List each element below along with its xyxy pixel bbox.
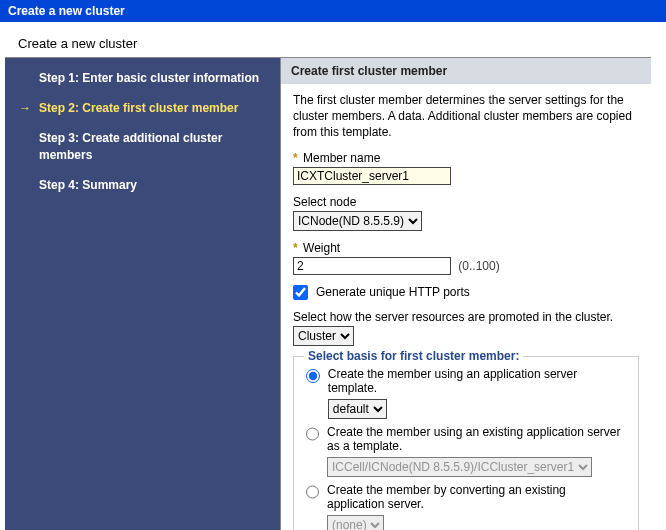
basis-title: Select basis for first cluster member: (304, 349, 523, 363)
member-name-input[interactable] (293, 167, 451, 185)
page-heading: Create a new cluster (0, 22, 666, 57)
generate-ports-checkbox[interactable] (293, 285, 308, 300)
required-icon: * (293, 151, 300, 165)
wizard-step-label: Step 4: Summary (39, 177, 270, 193)
main-panel: Create first cluster member The first cl… (280, 58, 651, 530)
basis-option-existing-template: Create the member using an existing appl… (306, 425, 626, 477)
basis-option-label: Create the member using an existing appl… (327, 425, 620, 453)
arrow-icon: → (19, 100, 33, 116)
wizard-step-2[interactable]: → Step 2: Create first cluster member (19, 100, 270, 116)
member-name-label: Member name (303, 151, 380, 165)
basis-radio-existing-template[interactable] (306, 427, 319, 441)
promote-field: Select how the server resources are prom… (293, 310, 639, 346)
section-header: Create first cluster member (281, 58, 651, 84)
basis-template-dropdown[interactable]: default (328, 399, 387, 419)
basis-convert-dropdown: (none) (327, 515, 384, 530)
required-icon: * (293, 241, 300, 255)
weight-label: Weight (303, 241, 340, 255)
wizard-step-1[interactable]: Step 1: Enter basic cluster information (19, 70, 270, 86)
generate-ports-row: Generate unique HTTP ports (293, 285, 639, 300)
select-node-label: Select node (293, 195, 639, 209)
basis-group: Select basis for first cluster member: C… (293, 356, 639, 530)
weight-field: * Weight (0..100) (293, 241, 639, 275)
wizard-step-label: Step 2: Create first cluster member (39, 100, 270, 116)
wizard-step-3[interactable]: Step 3: Create additional cluster member… (19, 130, 270, 162)
select-node-field: Select node ICNode(ND 8.5.5.9) (293, 195, 639, 231)
title-bar: Create a new cluster (0, 0, 666, 22)
basis-option-template: Create the member using an application s… (306, 367, 626, 419)
intro-text: The first cluster member determines the … (293, 92, 639, 141)
member-name-field: * Member name (293, 151, 639, 185)
wizard-step-4[interactable]: Step 4: Summary (19, 177, 270, 193)
wizard-sidebar: Step 1: Enter basic cluster information … (5, 58, 280, 530)
promote-label: Select how the server resources are prom… (293, 310, 639, 324)
basis-existing-template-dropdown: ICCell/ICNode(ND 8.5.5.9)/ICCluster_serv… (327, 457, 592, 477)
wizard-step-label: Step 3: Create additional cluster member… (39, 130, 270, 162)
weight-range-hint: (0..100) (454, 259, 499, 273)
basis-option-label: Create the member using an application s… (328, 367, 577, 395)
basis-option-label: Create the member by converting an exist… (327, 483, 566, 511)
wizard-step-label: Step 1: Enter basic cluster information (39, 70, 270, 86)
select-node-dropdown[interactable]: ICNode(ND 8.5.5.9) (293, 211, 422, 231)
basis-option-convert: Create the member by converting an exist… (306, 483, 626, 530)
generate-ports-label: Generate unique HTTP ports (316, 285, 470, 299)
promote-dropdown[interactable]: Cluster (293, 326, 354, 346)
basis-radio-convert[interactable] (306, 485, 319, 499)
basis-radio-template[interactable] (306, 369, 320, 383)
weight-input[interactable] (293, 257, 451, 275)
